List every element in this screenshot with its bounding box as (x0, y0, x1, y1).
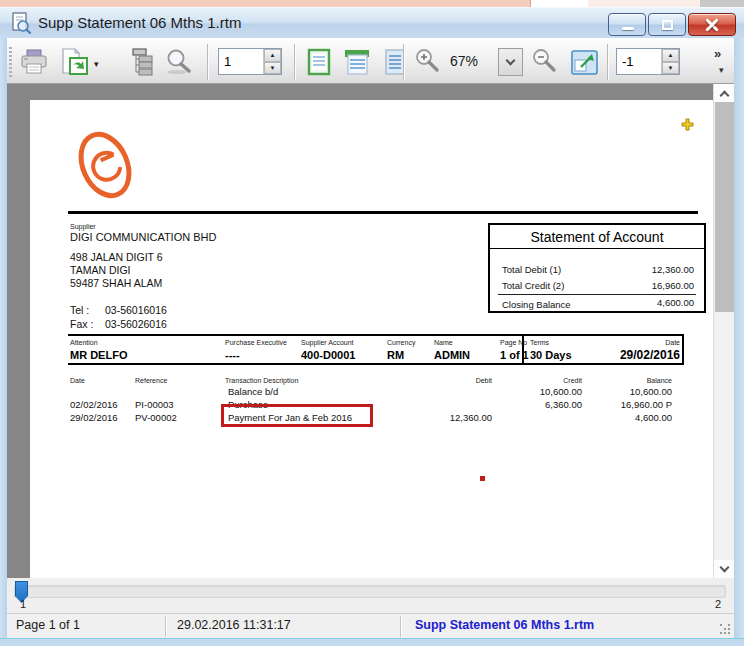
cell-balance: 4,600.00 (635, 412, 672, 423)
detach-window-icon (571, 50, 598, 75)
plus-marker-icon[interactable] (681, 117, 694, 135)
chevron-down-icon (506, 56, 516, 66)
page-up-button[interactable]: ▲ (264, 49, 281, 62)
cell-balance: 10,600.00 (630, 386, 672, 397)
report-tree-button[interactable] (122, 45, 158, 79)
detach-window-button[interactable] (568, 45, 600, 79)
toolbar-more-arrow[interactable]: ▾ (719, 65, 724, 75)
page-no-label: Page No (500, 339, 527, 346)
resize-grip[interactable] (720, 624, 732, 636)
summary-title: Statement of Account (490, 225, 704, 249)
toolbar: ▾ ▲ ▼ (0, 38, 744, 84)
vertical-scrollbar[interactable] (713, 84, 734, 578)
cell-debit: 12,360.00 (450, 412, 492, 423)
terms-value: 30 Days (530, 349, 572, 361)
page-number-input[interactable] (219, 49, 263, 74)
name-label: Name (434, 339, 453, 346)
supplier-account-label: Supplier Account (301, 339, 354, 346)
copies-input[interactable] (617, 49, 661, 74)
window-title: Supp Statement 06 Mths 1.rtm (38, 14, 241, 31)
slider-start-label: 1 (20, 598, 26, 610)
minimize-icon (622, 27, 634, 30)
company-logo (72, 126, 138, 208)
zoom-in-icon (412, 48, 442, 76)
status-filename: Supp Statement 06 Mths 1.rtm (415, 618, 594, 632)
zoom-dropdown-button[interactable] (498, 48, 523, 76)
report-tree-icon (125, 48, 155, 76)
total-debit-value: 12,360.00 (652, 264, 694, 275)
cell-reference: PI-00003 (135, 399, 174, 410)
col-credit-header: Credit (563, 377, 582, 384)
maximize-icon (662, 20, 673, 30)
page-slider-area: 1 2 (7, 578, 734, 613)
printer-icon (19, 49, 49, 75)
page-slider-track[interactable] (14, 585, 726, 598)
purchase-exec-value: ---- (225, 349, 240, 361)
slider-end-label: 2 (715, 598, 721, 610)
toolbar-overflow-button[interactable]: » (714, 46, 721, 61)
attention-value: MR DELFO (70, 349, 127, 361)
header-rule (68, 211, 698, 214)
whole-page-view-button[interactable] (303, 45, 335, 79)
supplier-address-line: 498 JALAN DIGIT 6 (70, 251, 163, 263)
close-button[interactable] (688, 13, 736, 36)
attention-label: Attention (70, 339, 98, 346)
minimize-button[interactable] (608, 13, 646, 36)
page-width-icon (344, 48, 370, 76)
title-bar[interactable]: Supp Statement 06 Mths 1.rtm (0, 7, 744, 38)
cell-balance: 16,960.00 P (621, 399, 672, 410)
closing-balance-label: Closing Balance (502, 299, 571, 310)
export-icon (59, 48, 89, 76)
zoom-in-button[interactable] (410, 45, 444, 79)
search-button[interactable] (160, 45, 196, 79)
annotation-dot (480, 476, 485, 481)
full-size-view-button[interactable] (379, 45, 411, 79)
page-down-button[interactable]: ▼ (264, 62, 281, 75)
toolbar-grip[interactable] (9, 47, 12, 77)
toolbar-separator (403, 44, 404, 80)
supplier-label: Supplier (70, 223, 96, 230)
zoom-level-label: 67% (450, 53, 478, 69)
cell-date: 29/02/2016 (70, 412, 118, 423)
statusbar-separator (400, 616, 401, 637)
col-balance-header: Balance (647, 377, 672, 384)
print-button[interactable] (16, 45, 52, 79)
tel-label: Tel : (70, 304, 89, 316)
maximize-button[interactable] (648, 13, 686, 36)
currency-value: RM (387, 349, 404, 361)
search-icon (163, 48, 193, 76)
background-fragment (700, 0, 744, 7)
status-datetime: 29.02.2016 11:31:17 (177, 618, 291, 632)
background-fragment (588, 0, 700, 7)
scroll-down-button[interactable] (714, 560, 734, 578)
copies-up-button[interactable]: ▲ (662, 49, 679, 62)
currency-label: Currency (387, 339, 415, 346)
report-page: Supplier DIGI COMMUNICATION BHD 498 JALA… (30, 100, 713, 578)
chevron-down-icon (720, 563, 730, 573)
tel-value: 03-56016016 (105, 304, 167, 316)
print-preview-icon (10, 12, 32, 34)
toolbar-separator (207, 44, 208, 80)
status-page: Page 1 of 1 (16, 618, 80, 632)
col-description-header: Transaction Description (225, 377, 298, 384)
date-value: 29/02/2016 (620, 348, 680, 362)
copies-spinner: ▲ ▼ (616, 48, 680, 75)
zoom-out-button[interactable] (527, 45, 561, 79)
annotation-rectangle (221, 404, 373, 427)
vertical-scrollbar-thumb[interactable] (715, 102, 734, 312)
terms-label: Terms (530, 339, 549, 346)
page-width-view-button[interactable] (341, 45, 373, 79)
total-credit-label: Total Credit (2) (502, 280, 564, 291)
supplier-name: DIGI COMMUNICATION BHD (70, 231, 216, 243)
total-credit-value: 16,960.00 (652, 280, 694, 291)
copies-down-button[interactable]: ▼ (662, 62, 679, 75)
fax-value: 03-56026016 (105, 318, 167, 330)
supplier-address-line: 59487 SHAH ALAM (70, 277, 162, 289)
export-dropdown-arrow[interactable]: ▾ (94, 59, 99, 69)
export-button[interactable] (56, 45, 92, 79)
col-debit-header: Debit (476, 377, 492, 384)
fax-label: Fax : (70, 318, 93, 330)
background-fragment (530, 0, 588, 7)
preview-area[interactable]: Supplier DIGI COMMUNICATION BHD 498 JALA… (7, 84, 734, 578)
scroll-up-button[interactable] (714, 84, 734, 102)
